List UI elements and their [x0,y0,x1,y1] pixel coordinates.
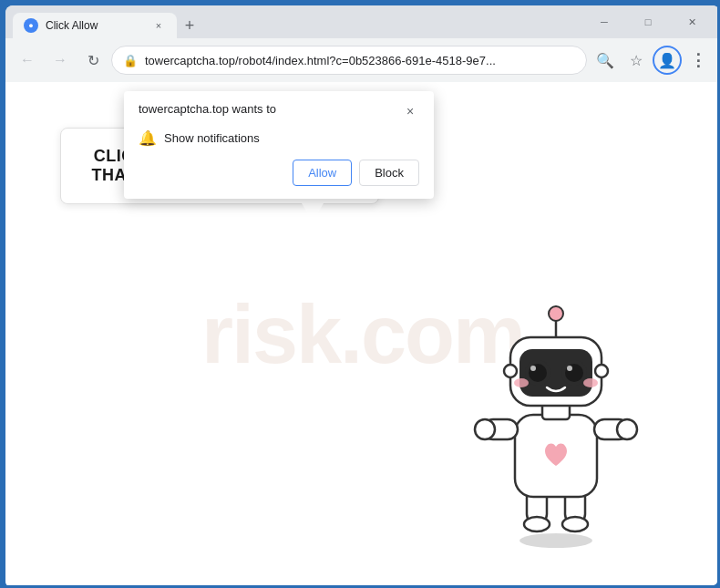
window-close-button[interactable]: ✕ [671,7,713,36]
popup-header: towercaptcha.top wants to × [139,102,419,120]
robot-image [465,296,647,552]
profile-button[interactable]: 👤 [653,46,682,75]
svg-point-18 [567,366,572,371]
notification-popup: towercaptcha.top wants to × 🔔 Show notif… [124,91,434,199]
bookmark-icon-button[interactable]: ☆ [622,46,651,75]
robot-container [465,296,665,570]
lock-icon: 🔒 [123,54,138,67]
tab-title: Click Allow [46,19,144,32]
svg-point-8 [475,419,495,439]
popup-title: towercaptcha.top wants to [139,102,276,116]
bell-icon: 🔔 [139,129,157,147]
url-text: towercaptcha.top/robot4/index.html?c=0b5… [145,54,575,67]
svg-point-17 [530,366,536,371]
tab-close-button[interactable]: × [151,18,166,33]
svg-point-24 [595,365,608,377]
tab-favicon: ● [24,18,38,33]
allow-button[interactable]: Allow [293,160,352,186]
popup-permission-row: 🔔 Show notifications [139,129,419,147]
svg-point-4 [562,517,588,531]
popup-buttons: Allow Block [139,160,419,186]
forward-button[interactable]: → [46,46,75,75]
window-controls: ─ □ ✕ [583,7,713,36]
toolbar: ← → ↻ 🔒 towercaptcha.top/robot4/index.ht… [5,38,720,82]
block-button[interactable]: Block [359,160,419,186]
maximize-button[interactable]: □ [627,7,669,36]
svg-point-20 [583,378,598,387]
svg-point-0 [519,533,592,548]
page-content: risk.com towercaptcha.top wants to × 🔔 S… [5,82,720,588]
toolbar-icons: 🔍 ☆ 👤 ⋮ [591,46,713,75]
active-tab[interactable]: ● Click Allow × [13,13,177,38]
reload-button[interactable]: ↻ [78,46,108,75]
tab-area: ● Click Allow × + [13,5,580,38]
new-tab-button[interactable]: + [177,13,202,38]
svg-point-19 [514,378,529,387]
svg-point-3 [524,517,550,531]
back-button[interactable]: ← [13,46,42,75]
minimize-button[interactable]: ─ [583,7,625,36]
browser-window: ● Click Allow × + ─ □ ✕ ← → ↻ 🔒 towercap… [5,5,720,588]
title-bar: ● Click Allow × + ─ □ ✕ [5,5,720,38]
search-icon-button[interactable]: 🔍 [591,46,620,75]
menu-button[interactable]: ⋮ [684,46,713,75]
svg-point-9 [617,419,637,439]
permission-text: Show notifications [164,131,260,145]
svg-point-22 [549,306,563,321]
svg-point-23 [504,365,517,377]
popup-close-button[interactable]: × [401,102,419,120]
address-bar[interactable]: 🔒 towercaptcha.top/robot4/index.html?c=0… [111,46,587,75]
